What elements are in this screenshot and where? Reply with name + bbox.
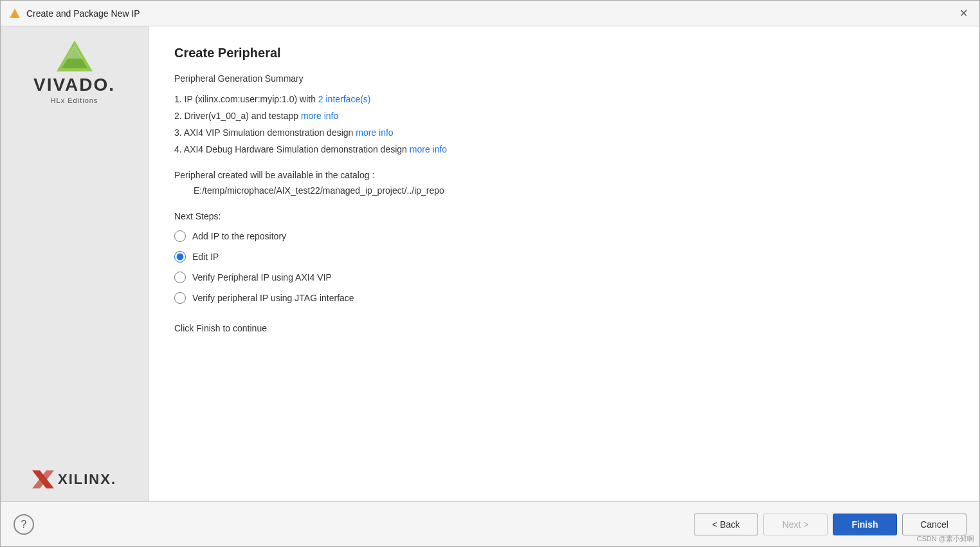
axi4-debug-more-info-link[interactable]: more info <box>410 144 447 154</box>
summary-item-4: 4. AXI4 Debug Hardware Simulation demons… <box>174 144 954 154</box>
summary-item-1: 1. IP (xilinx.com:user:myip:1.0) with 2 … <box>174 94 954 104</box>
page-title: Create Peripheral <box>174 46 954 60</box>
radio-add-ip[interactable]: Add IP to the repository <box>174 230 954 242</box>
axi4-vip-more-info-link[interactable]: more info <box>356 127 393 138</box>
radio-add-ip-label: Add IP to the repository <box>192 231 286 241</box>
sidebar-top: VIVADO. HLx Editions <box>33 39 115 104</box>
interfaces-link[interactable]: 2 interface(s) <box>318 94 371 104</box>
next-steps-label: Next Steps: <box>174 211 954 221</box>
footer: ? < Back Next > Finish Cancel <box>1 501 979 546</box>
radio-verify-jtag-label: Verify peripheral IP using JTAG interfac… <box>192 293 354 303</box>
footer-left: ? <box>14 514 34 535</box>
title-bar: Create and Package New IP ✕ <box>1 1 979 26</box>
summary-item-3: 3. AXI4 VIP Simulation demonstration des… <box>174 127 954 138</box>
summary-list: 1. IP (xilinx.com:user:myip:1.0) with 2 … <box>174 94 954 154</box>
cancel-button[interactable]: Cancel <box>902 514 966 535</box>
finish-hint: Click Finish to continue <box>174 323 954 333</box>
catalog-path: E:/temp/microphace/AIX_test22/managed_ip… <box>174 185 954 196</box>
summary-item-2: 2. Driver(v1_00_a) and testapp more info <box>174 111 954 121</box>
radio-add-ip-input[interactable] <box>174 230 186 242</box>
title-bar-left: Create and Package New IP <box>8 7 140 20</box>
main-content: VIVADO. HLx Editions XILINX. Create Peri… <box>1 26 979 501</box>
watermark: CSDN @素小鲜啊 <box>917 534 974 544</box>
dialog-title: Create and Package New IP <box>26 8 140 19</box>
xilinx-text: XILINX. <box>58 471 116 488</box>
radio-group: Add IP to the repository Edit IP Verify … <box>174 230 954 304</box>
radio-verify-jtag-input[interactable] <box>174 292 186 304</box>
driver-more-info-link[interactable]: more info <box>301 111 338 121</box>
radio-verify-axi4-label: Verify Peripheral IP using AXI4 VIP <box>192 272 332 283</box>
radio-verify-axi4-vip[interactable]: Verify Peripheral IP using AXI4 VIP <box>174 272 954 283</box>
help-button[interactable]: ? <box>14 514 34 535</box>
xilinx-icon <box>32 470 54 488</box>
catalog-section: Peripheral created will be available in … <box>174 170 954 196</box>
radio-edit-ip[interactable]: Edit IP <box>174 251 954 263</box>
radio-edit-ip-input[interactable] <box>174 251 186 263</box>
vivado-sub: HLx Editions <box>51 97 98 104</box>
close-button[interactable]: ✕ <box>956 7 972 20</box>
sidebar-bottom: XILINX. <box>32 470 116 488</box>
sidebar: VIVADO. HLx Editions XILINX. <box>1 26 149 501</box>
section-title: Peripheral Generation Summary <box>174 73 954 84</box>
vivado-logo-icon <box>55 39 94 75</box>
radio-verify-axi4-input[interactable] <box>174 272 186 283</box>
next-button: Next > <box>763 514 828 535</box>
app-icon <box>8 7 21 20</box>
back-button[interactable]: < Back <box>694 514 758 535</box>
footer-buttons: < Back Next > Finish Cancel <box>694 514 966 535</box>
radio-edit-ip-label: Edit IP <box>192 252 219 262</box>
finish-button[interactable]: Finish <box>833 514 897 535</box>
catalog-label: Peripheral created will be available in … <box>174 170 954 180</box>
vivado-wordmark: VIVADO. <box>33 75 115 95</box>
content-area: Create Peripheral Peripheral Generation … <box>149 26 979 501</box>
dialog: Create and Package New IP ✕ VIVADO. HLx … <box>0 0 980 547</box>
radio-verify-jtag[interactable]: Verify peripheral IP using JTAG interfac… <box>174 292 954 304</box>
xilinx-logo: XILINX. <box>32 470 116 488</box>
